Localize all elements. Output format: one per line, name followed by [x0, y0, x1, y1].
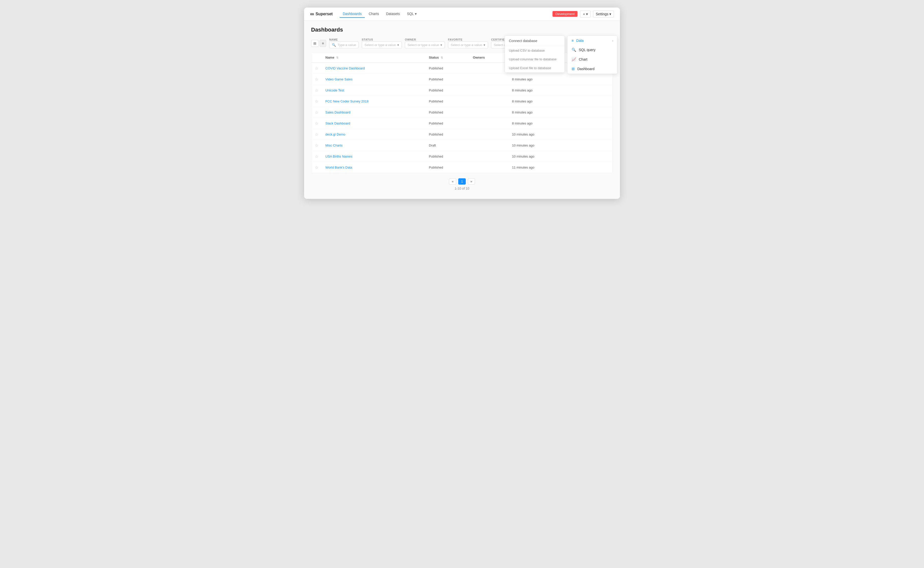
actions-cell	[574, 74, 613, 85]
grid-view-button[interactable]: ⊞	[311, 40, 319, 47]
table-row: ☆ Slack Dashboard Published 8 minutes ag…	[311, 118, 613, 129]
page-info: 1-10 of 10	[455, 187, 470, 190]
star-button[interactable]: ☆	[315, 121, 318, 126]
actions-cell	[574, 151, 613, 162]
submenu-data[interactable]: ≡ Data ›	[568, 36, 617, 45]
status-filter-group: STATUS Select or type a value ▾	[362, 38, 402, 48]
status-cell: Published	[426, 162, 470, 173]
submenu-dashboard[interactable]: ⊞ Dashboard	[568, 64, 617, 74]
star-cell: ☆	[311, 151, 322, 162]
prev-page-button[interactable]: «	[449, 178, 456, 184]
star-cell: ☆	[311, 107, 322, 118]
connect-db-menu[interactable]: Connect database Upload CSV to database …	[504, 36, 565, 73]
settings-button[interactable]: Settings ▾	[593, 11, 614, 18]
star-cell: ☆	[311, 74, 322, 85]
dashboard-link[interactable]: deck.gl Demo	[326, 133, 345, 136]
upload-excel-item[interactable]: Upload Excel file to database	[505, 63, 565, 73]
nav-charts[interactable]: Charts	[366, 10, 382, 18]
favorite-filter-select[interactable]: Select or type a value ▾	[448, 42, 488, 48]
logo-text: Superset	[316, 12, 333, 16]
nav-sql[interactable]: SQL ▾	[404, 10, 420, 18]
star-button[interactable]: ☆	[315, 77, 318, 82]
star-button[interactable]: ☆	[315, 132, 318, 137]
star-button[interactable]: ☆	[315, 154, 318, 159]
actions-cell	[574, 107, 613, 118]
owners-cell	[469, 85, 508, 96]
star-cell: ☆	[311, 118, 322, 129]
last-modified-cell: 10 minutes ago	[509, 140, 574, 151]
last-modified-cell: 8 minutes ago	[509, 96, 574, 107]
dashboard-link[interactable]: World Bank's Data	[326, 166, 352, 169]
pagination: « 1 » 1-10 of 10	[311, 173, 613, 193]
plus-button[interactable]: + ▾	[580, 11, 590, 18]
owners-cell	[469, 63, 508, 74]
name-cell: COVID Vaccine Dashboard	[322, 63, 426, 74]
status-filter-select[interactable]: Select or type a value ▾	[362, 42, 402, 48]
owner-filter-select[interactable]: Select or type a value ▾	[405, 42, 445, 48]
nav-dashboards[interactable]: Dashboards	[340, 10, 365, 18]
name-filter-group: NAME 🔍 Type a value	[329, 38, 359, 48]
submenu-chart[interactable]: 📈 Chart	[568, 54, 617, 64]
list-view-button[interactable]: ≡	[320, 40, 326, 47]
star-button[interactable]: ☆	[315, 165, 318, 170]
page-1-button[interactable]: 1	[458, 178, 465, 184]
dashboard-link[interactable]: Sales Dashboard	[326, 110, 350, 114]
status-sort-icon: ⇅	[441, 56, 443, 59]
star-cell: ☆	[311, 140, 322, 151]
chart-icon: 📈	[571, 57, 576, 62]
dashboard-link[interactable]: Misc Charts	[326, 144, 343, 147]
name-sort-icon: ⇅	[336, 56, 338, 59]
owner-chevron-icon: ▾	[441, 43, 442, 47]
actions-cell	[574, 129, 613, 140]
star-button[interactable]: ☆	[315, 110, 318, 115]
name-filter-label: NAME	[329, 38, 359, 41]
star-cell: ☆	[311, 85, 322, 96]
star-button[interactable]: ☆	[315, 88, 318, 93]
submenu-sql-query[interactable]: 🔍 SQL query	[568, 45, 617, 54]
dashboard-link[interactable]: Unicode Test	[326, 88, 344, 92]
actions-cell	[574, 118, 613, 129]
upload-csv-item[interactable]: Upload CSV to database	[505, 46, 565, 55]
navbar: ∞ Superset Dashboards Charts Datasets SQ…	[304, 8, 620, 21]
col-owners: Owners	[469, 53, 508, 63]
table-row: ☆ deck.gl Demo Published 10 minutes ago	[311, 129, 613, 140]
dashboard-link[interactable]: FCC New Coder Survey 2018	[326, 100, 368, 103]
owners-cell	[469, 151, 508, 162]
dashboard-link[interactable]: USA Births Names	[326, 154, 353, 158]
status-filter-placeholder: Select or type a value	[365, 43, 396, 47]
star-cell: ☆	[311, 162, 322, 173]
table-row: ☆ Unicode Test Published 8 minutes ago	[311, 85, 613, 96]
owner-filter-label: OWNER	[405, 38, 445, 41]
owners-cell	[469, 96, 508, 107]
col-status[interactable]: Status ⇅	[426, 53, 470, 63]
nav-right: Development + ▾ Settings ▾	[553, 11, 614, 18]
connect-db-header: Connect database	[505, 36, 565, 46]
favorite-chevron-icon: ▾	[483, 43, 485, 47]
last-modified-cell: 10 minutes ago	[509, 151, 574, 162]
name-cell: USA Births Names	[322, 151, 426, 162]
dashboard-link[interactable]: Video Game Sales	[326, 77, 353, 81]
next-page-button[interactable]: »	[468, 178, 475, 184]
upload-columnar-item[interactable]: Upload columnar file to database	[505, 55, 565, 63]
owners-cell	[469, 129, 508, 140]
page-title: Dashboards	[311, 27, 613, 33]
actions-cell	[574, 140, 613, 151]
owners-cell	[469, 140, 508, 151]
actions-cell	[574, 162, 613, 173]
star-button[interactable]: ☆	[315, 143, 318, 148]
name-cell: World Bank's Data	[322, 162, 426, 173]
last-modified-cell: 10 minutes ago	[509, 129, 574, 140]
dashboard-link[interactable]: COVID Vaccine Dashboard	[326, 66, 365, 70]
last-modified-cell: 8 minutes ago	[509, 85, 574, 96]
favorite-filter-group: FAVORITE Select or type a value ▾	[448, 38, 488, 48]
star-button[interactable]: ☆	[315, 66, 318, 71]
nav-datasets[interactable]: Datasets	[383, 10, 403, 18]
name-filter-input[interactable]: 🔍 Type a value	[329, 42, 359, 48]
star-cell: ☆	[311, 96, 322, 107]
data-submenu[interactable]: ≡ Data › 🔍 SQL query 📈 Chart ⊞ Dashboard	[567, 36, 617, 74]
status-cell: Published	[426, 63, 470, 74]
star-button[interactable]: ☆	[315, 99, 318, 104]
col-name[interactable]: Name ⇅	[322, 53, 426, 63]
name-cell: deck.gl Demo	[322, 129, 426, 140]
dashboard-link[interactable]: Slack Dashboard	[326, 121, 350, 125]
